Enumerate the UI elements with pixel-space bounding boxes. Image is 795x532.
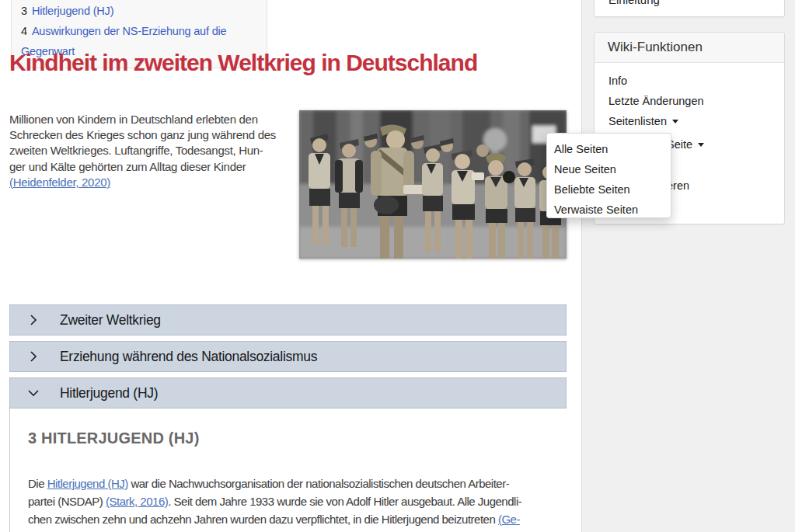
- dropdown-item-alle-seiten[interactable]: Alle Seiten: [547, 139, 671, 159]
- chevron-right-icon: [27, 314, 40, 326]
- accordion-section-hitlerjugend[interactable]: Hitlerjugend (HJ): [9, 377, 567, 409]
- accordion-label: Erziehung während des Nationalsozialismu…: [60, 349, 317, 365]
- accordion-label: Hitlerjugend (HJ): [60, 385, 158, 402]
- chevron-down-icon: [27, 387, 40, 399]
- paragraph-text: Die: [28, 477, 47, 490]
- einleitung-link[interactable]: Einleitung: [608, 0, 660, 6]
- menu-item-seite-partial[interactable]: Seite: [667, 138, 704, 151]
- dropdown-item-verwaiste-seiten[interactable]: Verwaiste Seiten: [547, 200, 671, 220]
- intro-paragraph: Millionen von Kindern in Deutschland erl…: [9, 112, 305, 190]
- section-paragraph: Die Hitlerjugend (HJ) war die Nachwuchso…: [28, 475, 572, 528]
- accordion-section-erziehung[interactable]: Erziehung während des Nationalsozialismu…: [9, 341, 567, 372]
- wiki-functions-title: Wiki-Funktionen: [595, 33, 784, 63]
- accordion-content-hitlerjugend: 3 HITLERJUGEND (HJ) Die Hitlerjugend (HJ…: [9, 409, 567, 532]
- seitenlisten-dropdown-menu: Alle Seiten Neue Seiten Beliebte Seiten …: [546, 133, 671, 218]
- menu-item-label: Seitenlisten: [608, 115, 667, 127]
- toc-number: 3: [21, 5, 27, 17]
- toc-label: Hitlerjugend (HJ): [32, 5, 113, 17]
- accordion: Zweiter Weltkrieg Erziehung während des …: [9, 304, 567, 532]
- chevron-right-icon: [27, 350, 40, 363]
- hitler-youth-photo[interactable]: [299, 110, 567, 259]
- section-heading: 3 HITLERJUGEND (HJ): [28, 429, 567, 447]
- einleitung-panel: Einleitung: [594, 0, 785, 17]
- toc-number: 4: [21, 25, 27, 37]
- hitlerjugend-link[interactable]: Hitlerjugend (HJ): [47, 477, 128, 490]
- menu-item-seitenlisten[interactable]: Seitenlisten: [608, 111, 784, 131]
- dropdown-item-neue-seiten[interactable]: Neue Seiten: [547, 159, 671, 179]
- menu-item-letzte-aenderungen[interactable]: Letzte Änderungen: [608, 91, 784, 111]
- citation-link-stark[interactable]: (Stark, 2016): [106, 495, 168, 508]
- wiki-functions-list: Info Letzte Änderungen Seitenlisten: [595, 63, 784, 131]
- wiki-page: 2Erziehung während des Nationalsozialism…: [0, 0, 795, 532]
- accordion-label: Zweiter Weltkrieg: [60, 312, 161, 329]
- dropdown-item-beliebte-seiten[interactable]: Beliebte Seiten: [547, 179, 671, 200]
- accordion-section-zweiter-weltkrieg[interactable]: Zweiter Weltkrieg: [9, 304, 567, 336]
- intro-text: Millionen von Kindern in Deutschland erl…: [9, 113, 276, 173]
- chevron-down-icon: [672, 120, 678, 123]
- menu-item-info[interactable]: Info: [608, 71, 784, 91]
- citation-link-ge[interactable]: (Ge-: [498, 513, 520, 526]
- toc-item-hitlerjugend[interactable]: 3Hitlerjugend (HJ): [21, 1, 257, 21]
- citation-link-heidenfelder[interactable]: (Heidenfelder, 2020): [9, 176, 110, 189]
- page-title: Kindheit im zweiten Weltkrieg in Deutsch…: [9, 50, 477, 76]
- chevron-down-icon: [698, 143, 704, 147]
